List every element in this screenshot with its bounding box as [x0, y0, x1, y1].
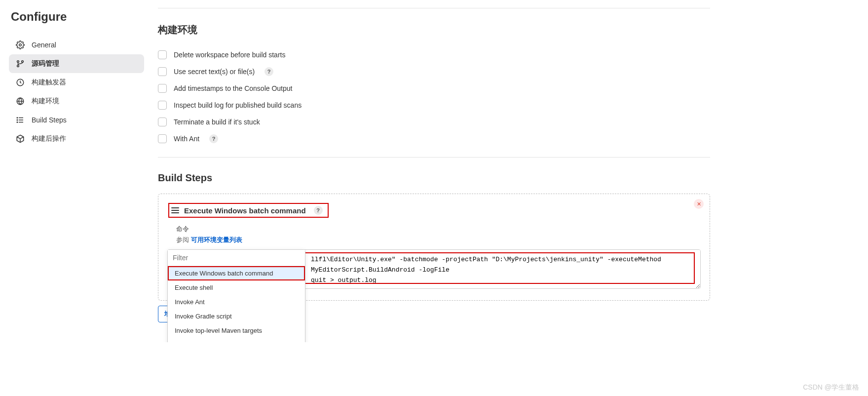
step-title: Execute Windows batch command — [184, 206, 306, 215]
env-option-5: With Ant? — [158, 130, 710, 147]
clock-icon — [16, 78, 25, 87]
dropdown-option[interactable]: Invoke Gradle script — [168, 309, 305, 323]
help-icon[interactable]: ? — [264, 67, 273, 76]
sidebar-item-1[interactable]: 源码管理 — [9, 54, 144, 73]
dropdown-option[interactable]: Invoke top-level Maven targets — [168, 323, 305, 338]
command-label: 命令 — [176, 225, 701, 234]
env-option-label: Add timestamps to the Console Output — [174, 84, 292, 92]
sidebar-item-2[interactable]: 构建触发器 — [9, 73, 144, 92]
svg-point-0 — [19, 44, 22, 46]
section-title-build: Build Steps — [158, 172, 710, 184]
page-title: Configure — [11, 10, 144, 24]
dropdown-option[interactable]: Execute Windows batch command — [168, 266, 305, 280]
env-option-label: Terminate a build if it's stuck — [174, 118, 260, 126]
svg-point-8 — [17, 122, 18, 123]
gear-icon — [16, 40, 25, 49]
help-icon[interactable]: ? — [314, 206, 323, 215]
add-step-dropdown: Execute Windows batch commandExecute she… — [167, 249, 305, 342]
env-checkbox[interactable] — [158, 101, 167, 110]
globe-icon — [16, 97, 25, 106]
env-vars-link[interactable]: 可用环境变量列表 — [191, 236, 242, 243]
env-option-3: Inspect build log for published build sc… — [158, 97, 710, 114]
env-option-0: Delete workspace before build starts — [158, 46, 710, 63]
env-checkbox[interactable] — [158, 134, 167, 143]
svg-point-3 — [17, 65, 19, 67]
sidebar-item-3[interactable]: 构建环境 — [9, 92, 144, 111]
dropdown-option[interactable]: Invoke Ant — [168, 295, 305, 309]
sidebar-item-label: 构建后操作 — [32, 134, 66, 143]
env-option-label: Inspect build log for published build sc… — [174, 101, 302, 109]
env-option-4: Terminate a build if it's stuck — [158, 114, 710, 130]
sidebar-item-label: Build Steps — [32, 116, 67, 124]
branch-icon — [16, 59, 25, 68]
command-area: Execute Windows batch commandExecute she… — [167, 249, 701, 290]
env-checkbox[interactable] — [158, 67, 167, 76]
sidebar-item-label: 源码管理 — [32, 59, 59, 68]
sidebar-item-0[interactable]: General — [9, 36, 144, 54]
step-header: Execute Windows batch command ? — [167, 201, 701, 223]
dropdown-option[interactable]: Run with timeout — [168, 338, 305, 342]
sidebar-item-4[interactable]: Build Steps — [9, 111, 144, 129]
env-checkbox[interactable] — [158, 84, 167, 93]
section-title-env: 构建环境 — [158, 23, 710, 37]
env-option-2: Add timestamps to the Console Output — [158, 80, 710, 97]
sidebar-item-label: 构建环境 — [32, 97, 59, 106]
list-icon — [16, 116, 25, 124]
svg-point-1 — [17, 61, 19, 63]
build-step-card: ✕ Execute Windows batch command ? 命令 参阅 … — [158, 194, 710, 301]
build-env-section: 构建环境 Delete workspace before build start… — [158, 23, 710, 147]
dropdown-filter-input[interactable] — [168, 250, 305, 266]
sidebar: Configure General源码管理构建触发器构建环境Build Step… — [0, 0, 148, 342]
remove-step-button[interactable]: ✕ — [694, 199, 704, 209]
svg-point-7 — [17, 119, 18, 120]
env-option-label: Use secret text(s) or file(s) — [174, 68, 255, 76]
env-vars-reference: 参阅 可用环境变量列表 — [176, 236, 701, 244]
sidebar-item-5[interactable]: 构建后操作 — [9, 129, 144, 148]
drag-handle-icon[interactable] — [171, 207, 179, 214]
help-icon[interactable]: ? — [209, 134, 218, 143]
main-content: 构建环境 Delete workspace before build start… — [148, 0, 868, 342]
dropdown-option[interactable]: Execute shell — [168, 280, 305, 295]
env-checkbox[interactable] — [158, 50, 167, 59]
svg-point-2 — [22, 61, 24, 63]
cube-icon — [16, 134, 25, 143]
divider — [158, 157, 710, 158]
env-option-1: Use secret text(s) or file(s)? — [158, 63, 710, 80]
svg-point-6 — [17, 118, 18, 119]
env-option-label: Delete workspace before build starts — [174, 51, 285, 59]
env-checkbox[interactable] — [158, 118, 167, 126]
sidebar-item-label: 构建触发器 — [32, 78, 66, 87]
divider — [158, 8, 710, 8]
env-option-label: With Ant — [174, 135, 199, 143]
sidebar-item-label: General — [32, 41, 56, 49]
